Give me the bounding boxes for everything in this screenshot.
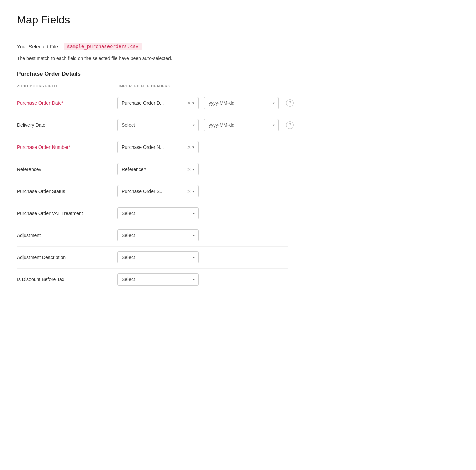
date-format-wrapper-1: yyyy-MM-dd▾ — [204, 119, 279, 131]
field-select-5[interactable]: Select — [117, 207, 199, 219]
date-format-select-1[interactable]: yyyy-MM-dd — [204, 119, 279, 131]
field-row: Is Discount Before TaxSelect▾ — [17, 269, 288, 290]
field-row: Purchase Order Number*Purchase Order N..… — [17, 136, 288, 158]
chevron-down-icon-2: ▾ — [192, 145, 194, 150]
date-format-wrapper-0: yyyy-MM-dd▾ — [204, 97, 279, 109]
field-label-6: Adjustment — [17, 233, 112, 238]
field-row: Purchase Order Date*Purchase Order D...✕… — [17, 92, 288, 114]
field-select-0[interactable]: Purchase Order D...✕▾ — [117, 97, 199, 109]
filename: sample_purchaseorders.csv — [64, 43, 142, 50]
select-wrapper-5: Select▾ — [117, 207, 199, 219]
select-wrapper-8: Select▾ — [117, 273, 199, 286]
divider — [17, 33, 288, 33]
select-wrapper-2: Purchase Order N...✕▾ — [117, 141, 199, 153]
field-label-2: Purchase Order Number* — [17, 144, 112, 150]
field-label-4: Purchase Order Status — [17, 189, 112, 194]
chevron-down-icon-4: ▾ — [192, 189, 194, 194]
col-header-imported: IMPORTED FILE HEADERS — [119, 84, 207, 88]
help-icon-0[interactable]: ? — [286, 99, 294, 107]
help-icon-1[interactable]: ? — [286, 121, 294, 129]
page-title: Map Fields — [17, 14, 288, 26]
select-value-text-2: Purchase Order N... — [122, 144, 187, 150]
date-format-select-0[interactable]: yyyy-MM-dd — [204, 97, 279, 109]
field-row: AdjustmentSelect▾ — [17, 224, 288, 247]
clear-button-3[interactable]: ✕ — [187, 167, 191, 172]
auto-select-note: The best match to each field on the sele… — [17, 56, 288, 61]
field-label-1: Delivery Date — [17, 122, 112, 128]
clear-button-0[interactable]: ✕ — [187, 101, 191, 105]
clear-button-4[interactable]: ✕ — [187, 189, 191, 194]
select-wrapper-0: Purchase Order D...✕▾ — [117, 97, 199, 109]
select-wrapper-7: Select▾ — [117, 251, 199, 263]
select-value-text-3: Reference# — [122, 167, 187, 172]
field-row: Purchase Order StatusPurchase Order S...… — [17, 180, 288, 202]
page-container: Map Fields Your Selected File : sample_p… — [0, 0, 305, 304]
field-select-8[interactable]: Select — [117, 273, 199, 286]
field-select-3[interactable]: Reference#✕▾ — [117, 163, 199, 175]
field-select-1[interactable]: Select — [117, 119, 199, 131]
select-value-text-4: Purchase Order S... — [122, 189, 187, 194]
field-label-7: Adjustment Description — [17, 255, 112, 260]
field-row: Adjustment DescriptionSelect▾ — [17, 247, 288, 269]
field-row: Delivery DateSelect▾yyyy-MM-dd▾? — [17, 114, 288, 136]
col-header-zoho: ZOHO BOOKS FIELD — [17, 84, 112, 88]
field-row: Purchase Order VAT TreatmentSelect▾ — [17, 202, 288, 224]
field-rows: Purchase Order Date*Purchase Order D...✕… — [17, 92, 288, 290]
select-wrapper-6: Select▾ — [117, 229, 199, 241]
select-value-text-0: Purchase Order D... — [122, 100, 187, 106]
field-label-0: Purchase Order Date* — [17, 100, 112, 106]
field-label-3: Reference# — [17, 167, 112, 172]
field-select-2[interactable]: Purchase Order N...✕▾ — [117, 141, 199, 153]
field-select-7[interactable]: Select — [117, 251, 199, 263]
select-wrapper-4: Purchase Order S...✕▾ — [117, 185, 199, 197]
select-wrapper-1: Select▾ — [117, 119, 199, 131]
select-wrapper-3: Reference#✕▾ — [117, 163, 199, 175]
selected-file-label: Your Selected File : — [17, 44, 61, 50]
field-select-6[interactable]: Select — [117, 229, 199, 241]
selected-file-row: Your Selected File : sample_purchaseorde… — [17, 43, 288, 50]
field-row: Reference#Reference#✕▾ — [17, 158, 288, 180]
field-label-8: Is Discount Before Tax — [17, 277, 112, 282]
chevron-down-icon-3: ▾ — [192, 167, 194, 172]
clear-button-2[interactable]: ✕ — [187, 145, 191, 150]
field-select-4[interactable]: Purchase Order S...✕▾ — [117, 185, 199, 197]
column-headers: ZOHO BOOKS FIELD IMPORTED FILE HEADERS — [17, 84, 288, 90]
chevron-down-icon-0: ▾ — [192, 101, 194, 105]
section-title: Purchase Order Details — [17, 71, 288, 77]
field-label-5: Purchase Order VAT Treatment — [17, 211, 112, 216]
